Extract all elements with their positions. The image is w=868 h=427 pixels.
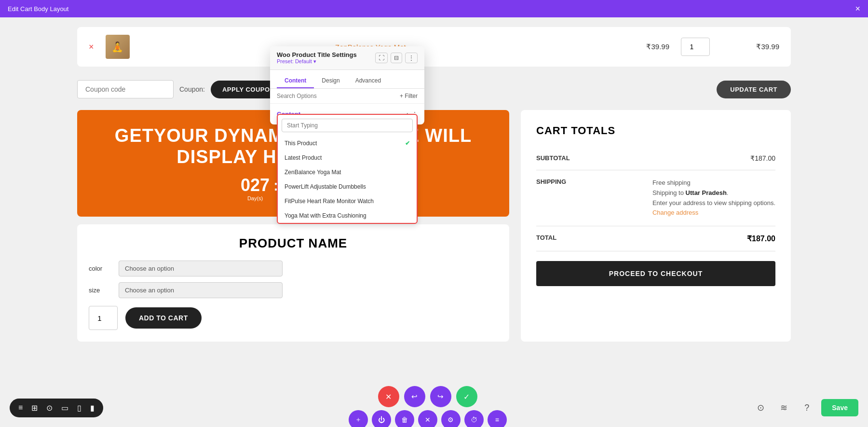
toolbar-sub-row: ＋ ⏻ 🗑 ✕ ⚙ ⏱ ≡ <box>349 410 507 427</box>
proceed-to-checkout-button[interactable]: PROCEED TO CHECKOUT <box>536 261 775 286</box>
check-icon: ✔ <box>405 140 410 147</box>
dropdown-item-latest-product[interactable]: Latest Product <box>278 151 417 165</box>
shipping-to-text: Shipping to Uttar Pradesh. <box>652 188 775 198</box>
product-title: PRODUCT NAME <box>89 236 498 251</box>
page-title: Edit Cart Body Layout <box>8 5 68 13</box>
product-price: ₹39.99 <box>611 42 669 51</box>
save-button[interactable]: Save <box>821 399 858 416</box>
shipping-label: SHIPPING <box>536 178 566 218</box>
dropdown-item-yoga-mat-extra[interactable]: Yoga Mat with Extra Cushioning <box>278 208 417 223</box>
coupon-label: Coupon: <box>179 85 205 93</box>
product-section: PRODUCT NAME color Choose an option size… <box>77 224 509 342</box>
subtotal-label: SUBTOTAL <box>536 154 570 162</box>
change-address-link[interactable]: Change address <box>652 208 775 218</box>
total-label: TOTAL <box>536 234 556 243</box>
bottom-toolbar: ≡ ⊞ ⊙ ▭ ▯ ▮ ✕ ↩ ↪ ✓ ＋ ⏻ 🗑 ✕ ⚙ ⏱ ≡ ⊙ ≋ ? … <box>0 388 868 427</box>
shipping-note: Enter your address to view shipping opti… <box>652 198 775 208</box>
tab-content[interactable]: Content <box>277 74 314 88</box>
close-button[interactable]: × <box>855 4 860 13</box>
toolbar-right: ⊙ ≋ ? Save <box>752 399 858 416</box>
dropdown-item-powerlift[interactable]: PowerLift Adjustable Dumbbells <box>278 179 417 194</box>
total-row: TOTAL ₹187.00 <box>536 226 775 251</box>
panel-menu-button[interactable]: ⋮ <box>405 53 418 63</box>
panel-title-area: Woo Product Title Settings Preset: Defau… <box>277 51 357 65</box>
subtotal-value: ₹187.00 <box>750 154 775 162</box>
toolbar-power-icon[interactable]: ⏻ <box>372 410 391 427</box>
two-column-layout: GETYOUR DYNAMIC POST TITLE WILL DISPLAY … <box>77 110 791 342</box>
shipping-info: Free shipping Shipping to Uttar Pradesh.… <box>652 178 775 218</box>
size-select[interactable]: Choose an option <box>119 282 283 298</box>
panel-controls: ⛶ ⊟ ⋮ <box>375 53 418 63</box>
product-thumbnail: 🧘 <box>106 35 130 59</box>
coupon-input[interactable] <box>77 80 174 98</box>
dropdown-item-zenbalance[interactable]: ZenBalance Yoga Mat <box>278 165 417 179</box>
dropdown-search-input[interactable] <box>282 119 413 132</box>
toolbar-menu-icon[interactable]: ≡ <box>15 401 26 414</box>
remove-item-button[interactable]: × <box>89 42 94 52</box>
dropdown-popup: This Product ✔ Latest Product ZenBalance… <box>277 114 418 224</box>
toolbar-redo-button[interactable]: ↪ <box>430 386 451 407</box>
toolbar-grid-icon[interactable]: ⊞ <box>28 401 41 414</box>
coupon-left: Coupon: APPLY COUPON <box>77 80 286 98</box>
top-bar: Edit Cart Body Layout × <box>0 0 868 17</box>
add-to-cart-row: ADD TO CART <box>89 306 498 330</box>
main-content: × 🧘 ZenBalance Yoga Mat ₹39.99 ₹39.99 Co… <box>0 17 868 351</box>
product-qty-input[interactable] <box>89 306 118 330</box>
toolbar-confirm-button[interactable]: ✓ <box>456 386 477 407</box>
add-to-cart-button[interactable]: ADD TO CART <box>125 307 202 329</box>
toolbar-zoom-icon[interactable]: ⊙ <box>752 399 769 416</box>
color-label: color <box>89 265 113 272</box>
toolbar-main-row: ✕ ↩ ↪ ✓ <box>378 386 477 407</box>
toolbar-center-wrapper: ✕ ↩ ↪ ✓ ＋ ⏻ 🗑 ✕ ⚙ ⏱ ≡ <box>349 386 507 427</box>
settings-panel: Woo Product Title Settings Preset: Defau… <box>270 46 424 124</box>
panel-tabs: Content Design Advanced <box>270 70 424 89</box>
coupon-row: Coupon: APPLY COUPON UPDATE CART <box>77 76 791 108</box>
toolbar-device-desktop-icon[interactable]: ▭ <box>58 401 71 414</box>
toolbar-device-mobile-icon[interactable]: ▮ <box>87 401 97 414</box>
filter-button[interactable]: + Filter <box>400 93 418 99</box>
toolbar-undo-button[interactable]: ↩ <box>404 386 425 407</box>
panel-title: Woo Product Title Settings <box>277 51 357 58</box>
dropdown-item-fitpulse[interactable]: FitPulse Heart Rate Monitor Watch <box>278 194 417 208</box>
shipping-state: Uttar Pradesh <box>686 189 727 196</box>
cart-totals-title: CART TOTALS <box>536 124 775 137</box>
panel-search-input[interactable] <box>277 93 396 99</box>
countdown-days: 027 Day(s) <box>241 175 270 201</box>
tab-advanced[interactable]: Advanced <box>348 74 389 88</box>
panel-expand-button[interactable]: ⛶ <box>375 53 388 63</box>
free-shipping-text: Free shipping <box>652 178 775 188</box>
panel-preset[interactable]: Preset: Default ▾ <box>277 58 357 65</box>
panel-search-row: + Filter <box>270 89 424 104</box>
cart-row: × 🧘 ZenBalance Yoga Mat ₹39.99 ₹39.99 <box>77 27 791 67</box>
size-label: size <box>89 287 113 294</box>
subtotal-row: SUBTOTAL ₹187.00 <box>536 147 775 170</box>
tab-design[interactable]: Design <box>314 74 347 88</box>
toolbar-timer-icon[interactable]: ⏱ <box>464 410 484 427</box>
toolbar-cancel-button[interactable]: ✕ <box>378 386 399 407</box>
shipping-row: SHIPPING Free shipping Shipping to Uttar… <box>536 170 775 226</box>
cart-totals-panel: CART TOTALS SUBTOTAL ₹187.00 SHIPPING Fr… <box>521 110 791 342</box>
toolbar-settings-icon[interactable]: ⚙ <box>441 410 461 427</box>
update-cart-button[interactable]: UPDATE CART <box>717 81 791 98</box>
color-variant-row: color Choose an option <box>89 261 498 276</box>
toolbar-list-icon[interactable]: ≡ <box>488 410 507 427</box>
size-variant-row: size Choose an option <box>89 282 498 298</box>
toolbar-left: ≡ ⊞ ⊙ ▭ ▯ ▮ <box>10 399 103 417</box>
toolbar-close-icon[interactable]: ✕ <box>418 410 437 427</box>
dropdown-item-this-product[interactable]: This Product ✔ <box>278 136 417 151</box>
color-select[interactable]: Choose an option <box>119 261 283 276</box>
panel-header: Woo Product Title Settings Preset: Defau… <box>270 46 424 70</box>
quantity-input[interactable] <box>681 38 710 56</box>
toolbar-delete-icon[interactable]: 🗑 <box>395 410 414 427</box>
toolbar-device-tablet-icon[interactable]: ▯ <box>74 401 84 414</box>
panel-resize-button[interactable]: ⊟ <box>391 53 402 63</box>
toolbar-history-icon[interactable]: ≋ <box>775 399 792 416</box>
toolbar-help-icon[interactable]: ? <box>798 399 815 416</box>
toolbar-add-icon[interactable]: ＋ <box>349 410 368 427</box>
product-total: ₹39.99 <box>721 42 779 51</box>
total-value: ₹187.00 <box>747 234 775 243</box>
toolbar-search-icon[interactable]: ⊙ <box>43 401 55 414</box>
